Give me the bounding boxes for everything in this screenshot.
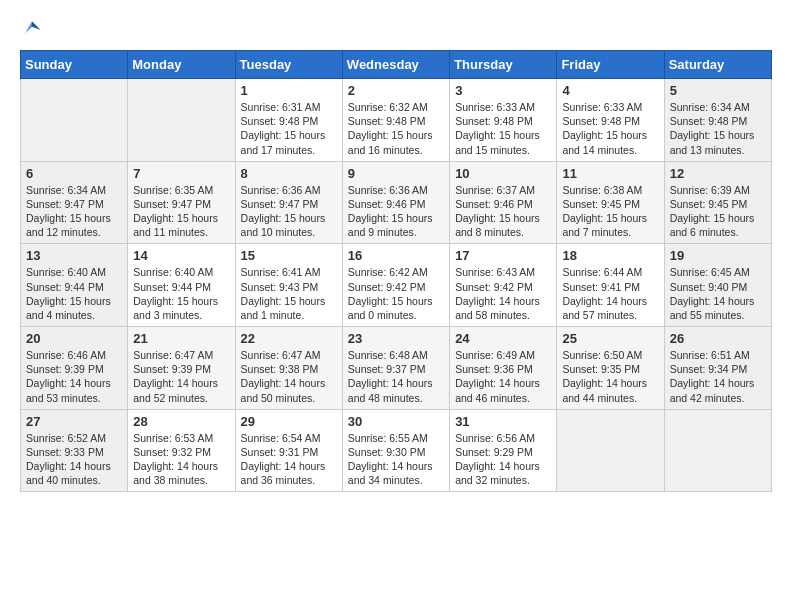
weekday-header-row: SundayMondayTuesdayWednesdayThursdayFrid… xyxy=(21,51,772,79)
day-number: 26 xyxy=(670,331,766,346)
calendar-cell: 16Sunrise: 6:42 AM Sunset: 9:42 PM Dayli… xyxy=(342,244,449,327)
day-number: 20 xyxy=(26,331,122,346)
weekday-header: Wednesday xyxy=(342,51,449,79)
day-number: 4 xyxy=(562,83,658,98)
calendar-cell: 18Sunrise: 6:44 AM Sunset: 9:41 PM Dayli… xyxy=(557,244,664,327)
day-info: Sunrise: 6:56 AM Sunset: 9:29 PM Dayligh… xyxy=(455,431,551,488)
day-info: Sunrise: 6:53 AM Sunset: 9:32 PM Dayligh… xyxy=(133,431,229,488)
day-number: 23 xyxy=(348,331,444,346)
calendar-cell xyxy=(664,409,771,492)
day-info: Sunrise: 6:42 AM Sunset: 9:42 PM Dayligh… xyxy=(348,265,444,322)
day-info: Sunrise: 6:32 AM Sunset: 9:48 PM Dayligh… xyxy=(348,100,444,157)
day-number: 9 xyxy=(348,166,444,181)
calendar-cell: 28Sunrise: 6:53 AM Sunset: 9:32 PM Dayli… xyxy=(128,409,235,492)
calendar-week-row: 27Sunrise: 6:52 AM Sunset: 9:33 PM Dayli… xyxy=(21,409,772,492)
day-info: Sunrise: 6:34 AM Sunset: 9:48 PM Dayligh… xyxy=(670,100,766,157)
calendar-cell: 24Sunrise: 6:49 AM Sunset: 9:36 PM Dayli… xyxy=(450,327,557,410)
day-info: Sunrise: 6:35 AM Sunset: 9:47 PM Dayligh… xyxy=(133,183,229,240)
calendar-cell: 8Sunrise: 6:36 AM Sunset: 9:47 PM Daylig… xyxy=(235,161,342,244)
weekday-header: Saturday xyxy=(664,51,771,79)
weekday-header: Monday xyxy=(128,51,235,79)
day-info: Sunrise: 6:47 AM Sunset: 9:38 PM Dayligh… xyxy=(241,348,337,405)
day-info: Sunrise: 6:46 AM Sunset: 9:39 PM Dayligh… xyxy=(26,348,122,405)
calendar-cell xyxy=(128,79,235,162)
day-number: 19 xyxy=(670,248,766,263)
calendar-cell: 1Sunrise: 6:31 AM Sunset: 9:48 PM Daylig… xyxy=(235,79,342,162)
day-number: 16 xyxy=(348,248,444,263)
calendar-cell: 15Sunrise: 6:41 AM Sunset: 9:43 PM Dayli… xyxy=(235,244,342,327)
calendar-week-row: 20Sunrise: 6:46 AM Sunset: 9:39 PM Dayli… xyxy=(21,327,772,410)
calendar-cell: 27Sunrise: 6:52 AM Sunset: 9:33 PM Dayli… xyxy=(21,409,128,492)
day-number: 1 xyxy=(241,83,337,98)
day-number: 28 xyxy=(133,414,229,429)
day-info: Sunrise: 6:36 AM Sunset: 9:47 PM Dayligh… xyxy=(241,183,337,240)
day-number: 13 xyxy=(26,248,122,263)
calendar-cell: 4Sunrise: 6:33 AM Sunset: 9:48 PM Daylig… xyxy=(557,79,664,162)
calendar-cell: 10Sunrise: 6:37 AM Sunset: 9:46 PM Dayli… xyxy=(450,161,557,244)
calendar-cell: 3Sunrise: 6:33 AM Sunset: 9:48 PM Daylig… xyxy=(450,79,557,162)
logo-icon xyxy=(22,20,42,40)
day-info: Sunrise: 6:44 AM Sunset: 9:41 PM Dayligh… xyxy=(562,265,658,322)
logo xyxy=(20,20,42,40)
page-header xyxy=(20,20,772,40)
calendar-cell: 26Sunrise: 6:51 AM Sunset: 9:34 PM Dayli… xyxy=(664,327,771,410)
calendar-cell: 12Sunrise: 6:39 AM Sunset: 9:45 PM Dayli… xyxy=(664,161,771,244)
day-number: 29 xyxy=(241,414,337,429)
logo-text xyxy=(20,20,42,40)
calendar-cell xyxy=(557,409,664,492)
day-number: 10 xyxy=(455,166,551,181)
day-number: 24 xyxy=(455,331,551,346)
calendar-cell: 7Sunrise: 6:35 AM Sunset: 9:47 PM Daylig… xyxy=(128,161,235,244)
weekday-header: Tuesday xyxy=(235,51,342,79)
day-info: Sunrise: 6:31 AM Sunset: 9:48 PM Dayligh… xyxy=(241,100,337,157)
calendar-cell: 11Sunrise: 6:38 AM Sunset: 9:45 PM Dayli… xyxy=(557,161,664,244)
calendar-cell: 17Sunrise: 6:43 AM Sunset: 9:42 PM Dayli… xyxy=(450,244,557,327)
day-info: Sunrise: 6:43 AM Sunset: 9:42 PM Dayligh… xyxy=(455,265,551,322)
day-info: Sunrise: 6:45 AM Sunset: 9:40 PM Dayligh… xyxy=(670,265,766,322)
calendar-cell xyxy=(21,79,128,162)
calendar-cell: 6Sunrise: 6:34 AM Sunset: 9:47 PM Daylig… xyxy=(21,161,128,244)
calendar-week-row: 1Sunrise: 6:31 AM Sunset: 9:48 PM Daylig… xyxy=(21,79,772,162)
day-info: Sunrise: 6:33 AM Sunset: 9:48 PM Dayligh… xyxy=(455,100,551,157)
calendar-cell: 25Sunrise: 6:50 AM Sunset: 9:35 PM Dayli… xyxy=(557,327,664,410)
day-number: 15 xyxy=(241,248,337,263)
calendar-cell: 14Sunrise: 6:40 AM Sunset: 9:44 PM Dayli… xyxy=(128,244,235,327)
day-number: 8 xyxy=(241,166,337,181)
day-number: 2 xyxy=(348,83,444,98)
day-info: Sunrise: 6:48 AM Sunset: 9:37 PM Dayligh… xyxy=(348,348,444,405)
day-info: Sunrise: 6:39 AM Sunset: 9:45 PM Dayligh… xyxy=(670,183,766,240)
day-number: 14 xyxy=(133,248,229,263)
day-number: 5 xyxy=(670,83,766,98)
day-number: 22 xyxy=(241,331,337,346)
day-info: Sunrise: 6:38 AM Sunset: 9:45 PM Dayligh… xyxy=(562,183,658,240)
day-info: Sunrise: 6:49 AM Sunset: 9:36 PM Dayligh… xyxy=(455,348,551,405)
day-number: 27 xyxy=(26,414,122,429)
day-number: 30 xyxy=(348,414,444,429)
weekday-header: Thursday xyxy=(450,51,557,79)
day-number: 18 xyxy=(562,248,658,263)
calendar-cell: 2Sunrise: 6:32 AM Sunset: 9:48 PM Daylig… xyxy=(342,79,449,162)
calendar-cell: 19Sunrise: 6:45 AM Sunset: 9:40 PM Dayli… xyxy=(664,244,771,327)
day-info: Sunrise: 6:41 AM Sunset: 9:43 PM Dayligh… xyxy=(241,265,337,322)
calendar-cell: 21Sunrise: 6:47 AM Sunset: 9:39 PM Dayli… xyxy=(128,327,235,410)
calendar-cell: 29Sunrise: 6:54 AM Sunset: 9:31 PM Dayli… xyxy=(235,409,342,492)
calendar: SundayMondayTuesdayWednesdayThursdayFrid… xyxy=(20,50,772,492)
day-number: 3 xyxy=(455,83,551,98)
calendar-cell: 9Sunrise: 6:36 AM Sunset: 9:46 PM Daylig… xyxy=(342,161,449,244)
day-info: Sunrise: 6:37 AM Sunset: 9:46 PM Dayligh… xyxy=(455,183,551,240)
day-info: Sunrise: 6:40 AM Sunset: 9:44 PM Dayligh… xyxy=(26,265,122,322)
day-info: Sunrise: 6:34 AM Sunset: 9:47 PM Dayligh… xyxy=(26,183,122,240)
day-info: Sunrise: 6:54 AM Sunset: 9:31 PM Dayligh… xyxy=(241,431,337,488)
calendar-week-row: 6Sunrise: 6:34 AM Sunset: 9:47 PM Daylig… xyxy=(21,161,772,244)
day-info: Sunrise: 6:36 AM Sunset: 9:46 PM Dayligh… xyxy=(348,183,444,240)
day-number: 31 xyxy=(455,414,551,429)
day-number: 21 xyxy=(133,331,229,346)
day-info: Sunrise: 6:55 AM Sunset: 9:30 PM Dayligh… xyxy=(348,431,444,488)
calendar-cell: 23Sunrise: 6:48 AM Sunset: 9:37 PM Dayli… xyxy=(342,327,449,410)
calendar-cell: 20Sunrise: 6:46 AM Sunset: 9:39 PM Dayli… xyxy=(21,327,128,410)
weekday-header: Friday xyxy=(557,51,664,79)
day-info: Sunrise: 6:51 AM Sunset: 9:34 PM Dayligh… xyxy=(670,348,766,405)
calendar-cell: 30Sunrise: 6:55 AM Sunset: 9:30 PM Dayli… xyxy=(342,409,449,492)
calendar-week-row: 13Sunrise: 6:40 AM Sunset: 9:44 PM Dayli… xyxy=(21,244,772,327)
day-number: 25 xyxy=(562,331,658,346)
